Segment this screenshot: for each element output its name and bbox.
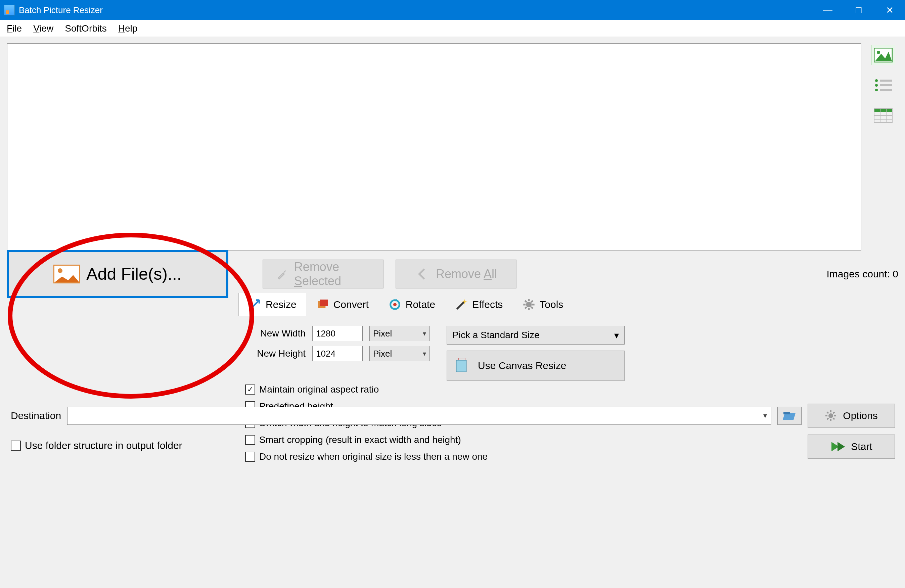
- wand-icon: [455, 298, 468, 311]
- dont-resize-checkbox[interactable]: [245, 452, 255, 462]
- svg-point-33: [829, 413, 833, 418]
- svg-rect-9: [874, 108, 892, 112]
- svg-point-19: [526, 302, 532, 308]
- dont-resize-label: Do not resize when original size is less…: [259, 451, 487, 462]
- menu-file[interactable]: File: [7, 23, 22, 34]
- width-unit-select[interactable]: Pixel▾: [369, 326, 430, 341]
- svg-point-1: [877, 51, 880, 54]
- chevron-down-icon: ▾: [614, 330, 619, 341]
- maintain-aspect-checkbox[interactable]: ✓: [245, 385, 255, 394]
- svg-line-27: [531, 300, 533, 302]
- gear-icon: [522, 298, 536, 311]
- chevron-down-icon: ▾: [423, 350, 426, 358]
- remove-all-button[interactable]: Remove All: [395, 260, 516, 288]
- svg-line-26: [525, 307, 527, 308]
- svg-rect-4: [880, 79, 892, 82]
- options-button[interactable]: Options: [808, 404, 895, 428]
- window-maximize-button[interactable]: □: [843, 0, 874, 20]
- tab-effects[interactable]: Effects: [445, 293, 513, 316]
- smart-cropping-label: Smart cropping (result in exact width an…: [259, 435, 461, 445]
- window-close-button[interactable]: ✕: [874, 0, 905, 20]
- titlebar: Batch Picture Resizer — □ ✕: [0, 0, 905, 20]
- svg-rect-28: [456, 360, 467, 372]
- app-title: Batch Picture Resizer: [19, 5, 103, 16]
- images-count-label: Images count: 0: [827, 268, 898, 280]
- menu-softorbits[interactable]: SoftOrbits: [65, 23, 106, 34]
- preview-area[interactable]: [7, 43, 861, 251]
- canvas-resize-button[interactable]: Use Canvas Resize: [447, 351, 625, 381]
- svg-line-41: [833, 412, 835, 413]
- chevron-down-icon: ▾: [763, 412, 767, 420]
- menubar: File View SoftOrbits Help: [0, 20, 905, 37]
- view-thumbnail-icon[interactable]: [871, 45, 895, 65]
- gear-icon: [825, 410, 837, 422]
- svg-point-7: [875, 89, 878, 91]
- menu-view[interactable]: View: [33, 23, 53, 34]
- tab-resize[interactable]: Resize: [238, 293, 306, 316]
- tabs: Resize Convert Rotate Effects Tools: [238, 293, 898, 316]
- destination-combo[interactable]: ▾: [67, 407, 772, 425]
- tab-convert[interactable]: Convert: [306, 293, 378, 316]
- svg-line-38: [827, 412, 829, 413]
- new-width-label: New Width: [245, 328, 306, 339]
- tab-rotate[interactable]: Rotate: [378, 293, 445, 316]
- broom-icon: [276, 267, 288, 281]
- svg-line-40: [827, 418, 829, 420]
- browse-button[interactable]: [777, 407, 802, 425]
- rotate-icon: [388, 298, 402, 311]
- use-folder-structure-label: Use folder structure in output folder: [25, 440, 183, 451]
- folder-open-icon: [782, 410, 797, 422]
- app-icon: [4, 5, 15, 16]
- svg-rect-6: [880, 84, 892, 86]
- chevron-down-icon: ▾: [423, 329, 426, 337]
- maintain-aspect-label: Maintain original aspect ratio: [259, 384, 379, 395]
- resize-panel: New Width Pixel▾ New Height Pixel▾ Pick …: [238, 316, 897, 475]
- play-icon: [830, 440, 845, 453]
- svg-line-24: [525, 300, 527, 302]
- new-height-input[interactable]: [312, 346, 363, 361]
- svg-rect-32: [783, 412, 790, 415]
- svg-rect-16: [320, 300, 327, 306]
- standard-size-select[interactable]: Pick a Standard Size▾: [447, 326, 625, 345]
- window-minimize-button[interactable]: —: [812, 0, 843, 20]
- chevron-left-icon: [415, 267, 430, 281]
- view-grid-icon[interactable]: [871, 105, 895, 126]
- menu-help[interactable]: Help: [118, 23, 138, 34]
- svg-line-25: [531, 307, 533, 308]
- destination-label: Destination: [11, 410, 61, 421]
- view-mode-column: [868, 43, 898, 251]
- svg-point-5: [875, 84, 878, 87]
- new-height-label: New Height: [245, 348, 306, 359]
- add-files-button[interactable]: Add File(s)...: [7, 250, 229, 298]
- svg-point-18: [393, 303, 397, 306]
- start-button[interactable]: Start: [808, 435, 895, 459]
- view-list-icon[interactable]: [871, 75, 895, 95]
- svg-rect-8: [880, 89, 892, 91]
- canvas-resize-icon: [455, 358, 470, 373]
- height-unit-select[interactable]: Pixel▾: [369, 346, 430, 361]
- new-width-input[interactable]: [312, 326, 363, 341]
- image-icon: [53, 265, 80, 283]
- svg-line-39: [833, 418, 835, 420]
- convert-icon: [316, 298, 329, 311]
- resize-icon: [248, 298, 262, 311]
- svg-point-3: [875, 79, 878, 82]
- svg-marker-43: [837, 442, 845, 451]
- tab-tools[interactable]: Tools: [513, 293, 573, 316]
- remove-selected-button[interactable]: Remove Selected: [263, 260, 384, 288]
- smart-cropping-checkbox[interactable]: [245, 435, 255, 445]
- use-folder-structure-checkbox[interactable]: [11, 440, 21, 451]
